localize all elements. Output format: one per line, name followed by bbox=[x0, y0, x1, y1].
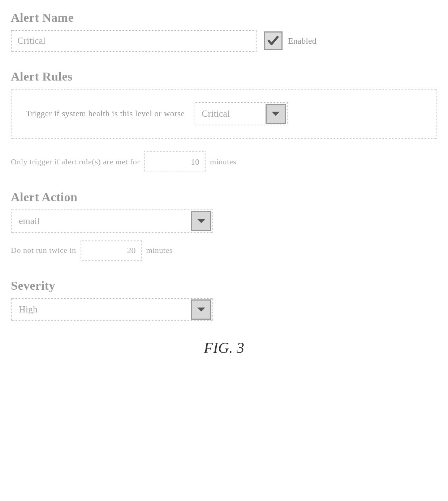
chevron-down-icon bbox=[197, 218, 206, 224]
duration-row: Only trigger if alert rule(s) are met fo… bbox=[11, 151, 437, 172]
throttle-prefix: Do not run twice in bbox=[11, 246, 76, 255]
dropdown-arrow bbox=[191, 211, 211, 231]
chevron-down-icon bbox=[271, 111, 280, 117]
action-dropdown[interactable]: email bbox=[11, 210, 213, 233]
enabled-checkbox[interactable] bbox=[264, 31, 283, 50]
duration-prefix: Only trigger if alert rule(s) are met fo… bbox=[11, 157, 140, 167]
dropdown-arrow bbox=[266, 104, 286, 124]
severity-section: Severity High bbox=[11, 279, 437, 321]
chevron-down-icon bbox=[197, 306, 206, 313]
duration-suffix: minutes bbox=[210, 157, 236, 167]
alert-name-row: Enabled bbox=[11, 30, 437, 52]
throttle-input[interactable] bbox=[81, 240, 142, 261]
alert-name-section: Alert Name Enabled bbox=[11, 11, 437, 52]
enabled-label: Enabled bbox=[288, 36, 316, 46]
rule-box: Trigger if system health is this level o… bbox=[11, 89, 437, 139]
severity-value: High bbox=[12, 304, 190, 315]
severity-heading: Severity bbox=[11, 279, 437, 293]
health-level-value: Critical bbox=[194, 108, 264, 119]
alert-action-section: Alert Action email Do not run twice in m… bbox=[11, 190, 437, 261]
check-icon bbox=[267, 34, 280, 47]
dropdown-arrow bbox=[191, 299, 211, 320]
severity-dropdown[interactable]: High bbox=[11, 298, 213, 321]
duration-input[interactable] bbox=[144, 151, 206, 172]
enabled-checkbox-wrap: Enabled bbox=[264, 31, 316, 50]
alert-action-heading: Alert Action bbox=[11, 190, 437, 204]
health-level-dropdown[interactable]: Critical bbox=[194, 102, 288, 125]
alert-name-input[interactable] bbox=[11, 30, 257, 52]
throttle-suffix: minutes bbox=[146, 246, 173, 255]
trigger-text: Trigger if system health is this level o… bbox=[26, 109, 185, 118]
action-value: email bbox=[12, 216, 190, 226]
alert-name-heading: Alert Name bbox=[11, 11, 437, 25]
figure-caption: FIG. 3 bbox=[11, 339, 437, 357]
throttle-row: Do not run twice in minutes bbox=[11, 240, 437, 261]
alert-rules-heading: Alert Rules bbox=[11, 70, 437, 83]
alert-rules-section: Alert Rules Trigger if system health is … bbox=[11, 70, 437, 172]
